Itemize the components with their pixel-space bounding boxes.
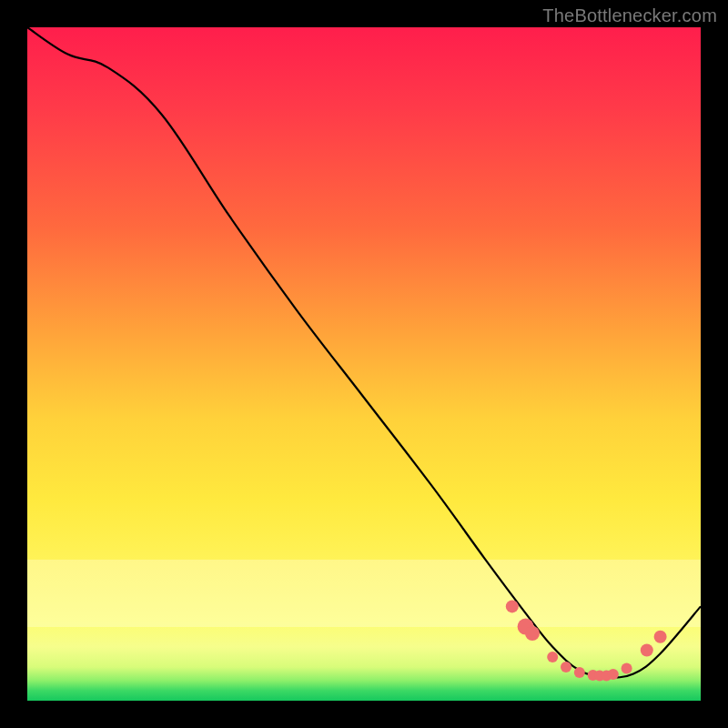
bottleneck-curve — [27, 27, 701, 677]
chart-frame: TheBottlenecker.com — [0, 0, 728, 728]
highlight-dot — [525, 626, 540, 641]
highlight-dot — [654, 631, 667, 643]
highlight-dot — [547, 652, 558, 662]
attribution-text: TheBottlenecker.com — [542, 5, 717, 26]
highlight-dot — [622, 663, 632, 674]
highlight-dot — [506, 600, 519, 612]
plot-area — [27, 27, 701, 701]
highlight-dot — [574, 667, 585, 678]
highlight-dot — [641, 644, 653, 657]
chart-svg — [27, 27, 701, 701]
highlight-dot — [608, 669, 619, 680]
highlight-dot — [561, 662, 571, 672]
